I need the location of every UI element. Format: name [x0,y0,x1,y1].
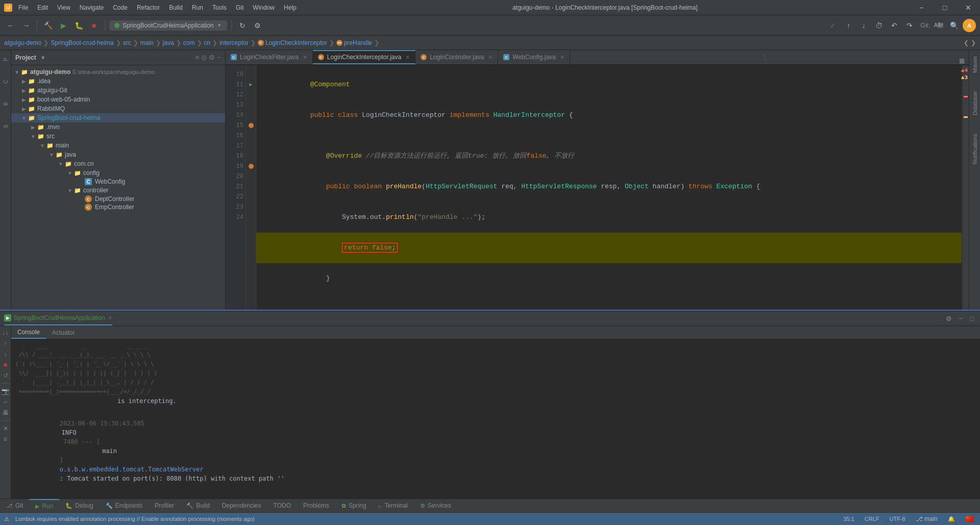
status-warning-text[interactable]: Lombok requires enabled annotation proce… [13,516,257,522]
user-avatar[interactable]: A [963,19,976,32]
run-config-selector[interactable]: SpringBootCrudHeimaApplication ▼ [109,20,227,31]
menu-refactor[interactable]: Refactor [133,3,164,13]
btm-tab-spring[interactable]: ✿ Spring [335,499,373,512]
update-button[interactable]: ↻ [236,19,249,32]
locate-icon[interactable]: ◎ [201,54,207,61]
wrap-btn[interactable]: ↔ [1,397,10,407]
recent-files-button[interactable]: ▦ [959,57,965,64]
btm-tab-run[interactable]: ▶ Run [29,499,59,512]
logincontroller-tab-close[interactable]: ✕ [488,54,493,61]
menu-git[interactable]: Git [232,3,248,13]
btm-tab-build[interactable]: 🔨 Build [180,499,216,512]
menu-file[interactable]: File [14,3,32,13]
status-flag-icon[interactable]: 🇨🇳 [963,515,976,523]
notification-bell[interactable]: 🔔 [946,516,957,522]
stop-run-btn[interactable]: ■ [1,360,10,369]
git-push-button[interactable]: ↑ [842,19,855,32]
breadcrumb-interceptor[interactable]: interceptor [219,39,249,46]
breadcrumb-java[interactable]: java [163,39,174,46]
notifications-panel-label[interactable]: Notifications [970,130,979,168]
database-panel-label[interactable]: Database [970,87,979,119]
tree-idea[interactable]: ▶ 📁 .idea [11,77,225,86]
logincheckinterceptor-tab-close[interactable]: ✕ [405,54,410,61]
tabs-more-button[interactable]: ⋮ [757,54,772,61]
tree-config[interactable]: ▼ 📁 config [11,168,225,178]
menu-navigate[interactable]: Navigate [76,3,108,13]
tab-webconfig[interactable]: C WebConfig.java ✕ [498,50,570,64]
btm-tab-todo[interactable]: TODO [267,499,297,512]
tree-springboot-crud[interactable]: ▼ 📁 SpringBoot-crud-heima [11,113,225,122]
tree-atguigu-git[interactable]: ▶ 📁 atguigu-Git [11,86,225,95]
tree-java[interactable]: ▼ 📁 java [11,150,225,159]
btm-tab-problems[interactable]: Problems [297,499,335,512]
menu-edit[interactable]: Edit [33,3,52,13]
tree-webconfig[interactable]: C WebConfig [11,178,225,186]
git-branch-icon[interactable]: ⎇ main [914,515,940,522]
search-everywhere-button[interactable]: 🔍 [947,19,961,32]
settings-button[interactable]: ⚙ [251,19,264,32]
scroll-up-btn[interactable]: ↑ [1,339,10,348]
breadcrumb-class[interactable]: LoginCheckInterceptor [265,39,327,46]
sidebar-bookmark-icon[interactable]: B [1,99,11,109]
run-tab-active[interactable]: ▶ SpringBootCrudHeimaApplication ✕ [4,311,112,326]
breadcrumb-cn[interactable]: cn [204,39,211,46]
git-pull-button[interactable]: ↓ [857,19,870,32]
breadcrumb-nav-back[interactable]: ❮ [964,39,969,46]
run-minimize-btn[interactable]: − [957,314,965,323]
maven-panel-label[interactable]: Maven [970,52,979,77]
project-dropdown-icon[interactable]: ▼ [40,55,46,61]
actuator-tab[interactable]: Actuator [46,327,81,338]
menu-view[interactable]: View [53,3,75,13]
run-gutter-11[interactable]: ▶ [249,80,253,90]
webconfig-tab-close[interactable]: ✕ [560,54,565,61]
tree-mvn[interactable]: ▶ 📁 .mvn [11,122,225,132]
breadcrumb-nav-forward[interactable]: ❯ [971,39,976,46]
sidebar-structure-icon[interactable]: S [1,121,11,132]
sidebar-project-icon[interactable]: P [1,54,11,64]
tree-rabbitmq[interactable]: ▶ 📁 RabbitMQ [11,104,225,113]
btm-tab-endpoints[interactable]: 🔧 Endpoints [100,499,149,512]
git-check-button[interactable]: ✓ [826,19,840,32]
btm-tab-terminal[interactable]: ⎁ Terminal [372,499,413,512]
status-position[interactable]: 35:1 [841,516,856,522]
breadcrumb-module[interactable]: SpringBoot-crud-heima [51,39,113,46]
git-history-button[interactable]: ⏱ [872,19,886,32]
btm-tab-git[interactable]: ⎇ Git [0,499,29,512]
run-maximize-btn[interactable]: □ [968,314,976,323]
rerun-btn[interactable]: ↺ [1,371,10,380]
status-encoding[interactable]: UTF-8 [887,516,907,522]
btm-tab-debug[interactable]: 🐛 Debug [59,499,99,512]
stop-button[interactable]: ■ [87,19,101,32]
tree-src[interactable]: ▼ 📁 src [11,132,225,141]
breadcrumb-com[interactable]: com [183,39,195,46]
menu-help[interactable]: Help [280,3,301,13]
tab-logincontroller[interactable]: C LoginController.java ✕ [415,50,498,64]
tree-deptcontroller[interactable]: C DeptController [11,195,225,203]
forward-button[interactable]: → [19,19,33,32]
minimize-panel-icon[interactable]: − [217,54,221,61]
tree-main[interactable]: ▼ 📁 main [11,141,225,150]
tab-logincheckinterceptor[interactable]: C LoginCheckInterceptor.java ✕ [313,50,415,64]
git-undo-button[interactable]: ↶ [888,19,901,32]
run-tab-close[interactable]: ✕ [108,315,112,321]
close-panel-btn[interactable]: ✕ [1,424,10,433]
tree-controller[interactable]: ▼ 📁 controller [11,186,225,195]
menu-run[interactable]: Run [188,3,207,13]
back-button[interactable]: ← [4,19,17,32]
btm-tab-profiler[interactable]: Profiler [149,499,180,512]
code-content[interactable]: @Component public class LoginCheckInterc… [256,65,962,310]
tab-logincheckfilter[interactable]: C LoginCheckFilter.java ✕ [226,50,313,64]
debug-button[interactable]: 🐛 [72,19,85,32]
menu-window[interactable]: Window [249,3,279,13]
breadcrumb-method[interactable]: preHandle [344,39,372,46]
console-filter-btn[interactable]: ≡ [1,435,10,444]
breadcrumb-src[interactable]: src [123,39,131,46]
run-button[interactable]: ▶ [57,19,70,32]
camera-btn[interactable]: 📷 [1,387,10,396]
menu-code[interactable]: Code [109,3,132,13]
build-button[interactable]: 🔨 [41,19,55,32]
scroll-to-end-btn[interactable]: ↓↓ [1,328,10,337]
breadcrumb-project[interactable]: atguigu-demo [4,39,41,46]
menu-tools[interactable]: Tools [208,3,231,13]
translate-button[interactable]: A翻 [932,19,945,32]
